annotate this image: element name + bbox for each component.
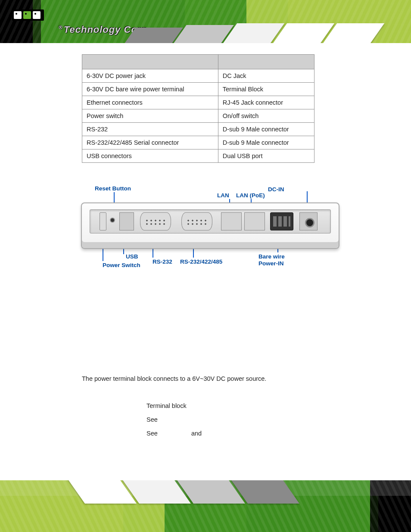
callout-reset: Reset Button xyxy=(95,185,131,192)
cell-left: USB connectors xyxy=(82,149,218,163)
cell-right: D-sub 9 Male connector xyxy=(218,123,314,136)
usb-port-icon xyxy=(119,212,134,230)
cell-left: RS-232/422/485 Serial connector xyxy=(82,136,218,149)
callout-bare-wire-2: Power-IN xyxy=(258,260,284,267)
power-switch-icon xyxy=(100,212,106,230)
cell-left: 6-30V DC bare wire power terminal xyxy=(82,83,218,96)
top-banner: ®Technology Corp. xyxy=(0,0,411,43)
table-row: USB connectorsDual USB port xyxy=(82,149,314,163)
terminal-block-icon xyxy=(270,212,293,230)
spec-line: See and xyxy=(146,427,329,441)
cell-left: RS-232 xyxy=(82,123,218,136)
iei-logo-icon xyxy=(12,9,44,21)
callout-dc-in: DC-IN xyxy=(268,186,284,193)
bottom-banner xyxy=(0,480,411,532)
spec-line-part: See xyxy=(146,430,158,437)
table-header-row xyxy=(82,55,314,69)
table-header-right xyxy=(218,55,314,69)
registered-mark: ® xyxy=(59,25,63,31)
rj45-port-icon xyxy=(221,212,242,230)
reset-button-icon xyxy=(110,218,115,223)
bottom-chevrons-icon xyxy=(76,480,290,504)
callout-lan-poe: LAN (PoE) xyxy=(236,192,265,199)
cell-right: On/off switch xyxy=(218,109,314,123)
table-row: 6-30V DC power jackDC Jack xyxy=(82,69,314,83)
logo-block: ®Technology Corp. xyxy=(12,9,141,35)
dc-jack-icon xyxy=(299,212,318,230)
cell-right: Dual USB port xyxy=(218,149,314,163)
top-chevrons-icon xyxy=(129,24,405,43)
page-content: 6-30V DC power jackDC Jack 6-30V DC bare… xyxy=(0,43,411,441)
cell-left: Power switch xyxy=(82,109,218,123)
cell-left: 6-30V DC power jack xyxy=(82,69,218,83)
table-row: RS-232D-sub 9 Male connector xyxy=(82,123,314,136)
spec-list: Terminal block See See and xyxy=(146,399,329,441)
db9-port-icon xyxy=(140,212,171,230)
table-row: Ethernet connectorsRJ-45 Jack connector xyxy=(82,96,314,109)
callout-power-switch: Power Switch xyxy=(103,262,140,268)
cell-right: DC Jack xyxy=(218,69,314,83)
cell-left: Ethernet connectors xyxy=(82,96,218,109)
table-row: RS-232/422/485 Serial connectorD-sub 9 M… xyxy=(82,136,314,149)
callout-bare-wire-1: Bare wire xyxy=(258,253,285,260)
connectors-table: 6-30V DC power jackDC Jack 6-30V DC bare… xyxy=(82,54,314,163)
callout-usb: USB xyxy=(126,253,138,260)
db9-port-icon xyxy=(181,212,212,230)
table-row: Power switchOn/off switch xyxy=(82,109,314,123)
callout-lan: LAN xyxy=(217,192,229,199)
description-paragraph: The power terminal block connects to a 6… xyxy=(82,375,329,382)
spec-line: Terminal block xyxy=(146,399,329,413)
io-panel-diagram: Reset Button LAN LAN (PoE) DC-IN USB Pow… xyxy=(79,188,346,274)
callout-rs232: RS-232 xyxy=(153,258,172,265)
spec-line-part: and xyxy=(191,430,202,437)
callout-rs232-422-485: RS-232/422/485 xyxy=(180,258,222,265)
cell-right: RJ-45 Jack connector xyxy=(218,96,314,109)
cell-right: Terminal Block xyxy=(218,83,314,96)
device-chassis-icon xyxy=(81,202,339,249)
cell-right: D-sub 9 Male connector xyxy=(218,136,314,149)
rj45-port-icon xyxy=(244,212,265,230)
spec-line: See xyxy=(146,413,329,427)
table-row: 6-30V DC bare wire power terminalTermina… xyxy=(82,83,314,96)
table-header-left xyxy=(82,55,218,69)
io-plate-icon xyxy=(90,209,331,233)
